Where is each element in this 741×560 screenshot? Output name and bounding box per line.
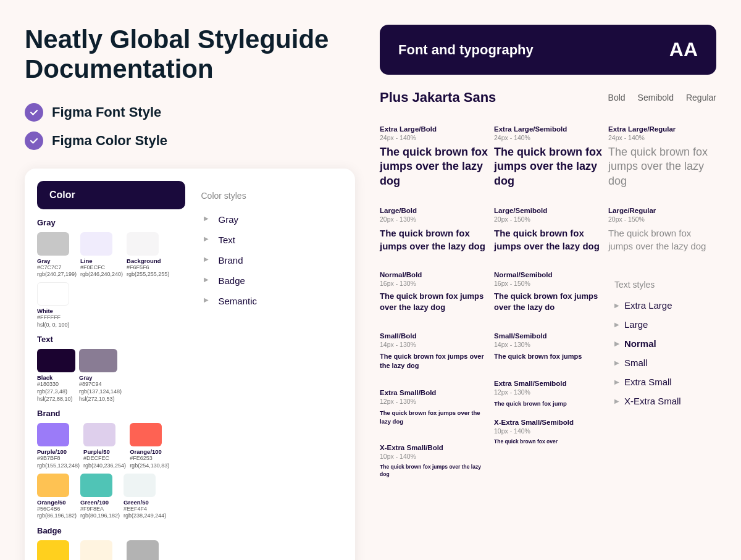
menu-arrow-semantic: ▶: [204, 296, 212, 305]
typo-xs-bold-item: Extra Small/Bold 12px - 130% The quick b…: [380, 389, 488, 433]
text-style-l[interactable]: ▶ Large: [614, 315, 710, 334]
typo-l-regular-item: Large/Regular 20px - 150% The quick brow…: [608, 207, 716, 260]
swatch-silver100-color: [127, 540, 159, 560]
text-style-arrow-normal: ▶: [614, 340, 619, 347]
menu-item-semantic[interactable]: ▶ Semantic: [201, 291, 337, 311]
text-style-small[interactable]: ▶ Small: [614, 353, 710, 372]
menu-item-text[interactable]: ▶ Text: [201, 230, 337, 250]
text-style-arrow-small: ▶: [614, 359, 619, 366]
typo-s-semibold-item: Small/Semibold 14px - 130% The quick bro…: [494, 332, 602, 369]
color-header: Color: [37, 181, 185, 209]
typography-header-title: Font and typography: [398, 42, 534, 58]
text-style-arrow-xs: ▶: [614, 378, 619, 385]
text-style-xxs[interactable]: ▶ X-Extra Small: [614, 391, 710, 411]
swatch-text-gray: Gray #897C94 rgb(137,124,148) hsl(272,10…: [79, 349, 122, 403]
swatch-white-color: [37, 282, 69, 306]
typography-header: Font and typography AA: [380, 25, 716, 75]
swatch-purple100: Purple/100 #9B7BF8 rgb(155,123,248): [37, 423, 80, 469]
text-style-xs[interactable]: ▶ Extra Small: [614, 372, 710, 391]
text-section-title: Text: [37, 335, 185, 344]
page-title: Neatly Global Styleguide Documentation: [25, 25, 355, 85]
swatch-green100-color: [80, 474, 112, 497]
color-styles-title: Color styles: [201, 191, 337, 201]
swatch-gray-color: [37, 232, 69, 256]
feature-label-color: Figma Color Style: [52, 133, 167, 149]
menu-arrow-gray: ▶: [204, 215, 212, 224]
text-style-arrow-l: ▶: [614, 321, 619, 328]
text-style-arrow-xl: ▶: [614, 302, 619, 309]
menu-arrow-brand: ▶: [204, 256, 212, 264]
typo-n-bold-item: Normal/Bold 16px - 130% The quick brown …: [380, 271, 488, 320]
typo-xxs-bold-item: X-Extra Small/Bold 10px - 140% The quick…: [380, 444, 488, 486]
swatch-gold100: Gold/100 #FFD01E rgb(255,192,30): [37, 540, 77, 560]
tab-regular[interactable]: Regular: [686, 93, 716, 102]
swatch-text-gray-color: [79, 349, 117, 372]
menu-label-brand: Brand: [219, 255, 243, 265]
typo-l-semibold-item: Large/Semibold 20px - 150% The quick bro…: [494, 207, 602, 260]
typo-l-bold-item: Large/Bold 20px - 130% The quick brown f…: [380, 207, 488, 260]
check-icon-color: [25, 132, 43, 150]
typo-xxs-semibold-item: X-Extra Small/Semibold 10px - 140% The q…: [494, 419, 602, 446]
brand-section-title: Brand: [37, 409, 185, 418]
color-card: Color Gray Gray #C7C7C7 rgb(240,27,199) …: [25, 169, 355, 560]
swatch-black-color: [37, 349, 75, 372]
swatch-orange100-color: [130, 423, 162, 446]
typo-n-semibold-item: Normal/Semibold 16px - 150% The quick br…: [494, 271, 602, 320]
menu-item-gray[interactable]: ▶ Gray: [201, 209, 337, 230]
text-style-xl[interactable]: ▶ Extra Large: [614, 296, 710, 315]
typo-col-regular: Extra Large/Regular 24px - 140% The quic…: [608, 125, 716, 497]
swatch-green50-color: [124, 474, 156, 497]
menu-label-semantic: Semantic: [219, 296, 257, 306]
typo-xs-semibold-item: Extra Small/Semibold 12px - 130% The qui…: [494, 380, 602, 407]
menu-label-gray: Gray: [219, 214, 239, 225]
brand-swatches: Purple/100 #9B7BF8 rgb(155,123,248) Purp…: [37, 423, 185, 520]
tab-bold[interactable]: Bold: [608, 93, 626, 102]
text-style-arrow-xxs: ▶: [614, 398, 619, 404]
typo-col-semibold: Extra Large/Semibold 24px - 140% The qui…: [494, 125, 602, 497]
swatch-green50: Green/50 #EEF4F4 rgb(238,249,244): [124, 474, 166, 520]
swatch-background: Background #F6F5F6 rgb(255,255,255): [127, 232, 169, 278]
swatch-gold50-color: [80, 540, 112, 560]
typo-s-bold-item: Small/Bold 14px - 130% The quick brown f…: [380, 332, 488, 378]
text-swatches: Black #180330 rgb(27,3,48) hsl(272,88,10…: [37, 349, 185, 403]
badge-section-title: Badge: [37, 526, 185, 535]
swatch-purple100-color: [37, 423, 69, 446]
menu-item-badge[interactable]: ▶ Badge: [201, 270, 337, 291]
feature-list: Figma Font Style Figma Color Style: [25, 103, 355, 150]
swatch-green100: Green/100 #F9F8EA rgb(80,196,182): [80, 474, 120, 520]
font-name: Plus Jakarta Sans: [380, 90, 496, 106]
menu-label-badge: Badge: [219, 275, 245, 286]
swatch-gold100-color: [37, 540, 69, 560]
gray-section-title: Gray: [37, 218, 185, 227]
menu-arrow-badge: ▶: [204, 276, 212, 285]
swatch-line: Line #F0ECFC rgb(246,240,240): [80, 232, 123, 278]
swatch-orange100: Orange/100 #FE6253 rgb(254,130,83): [130, 423, 169, 469]
tab-semibold[interactable]: Semibold: [638, 93, 674, 102]
badge-swatches: Gold/100 #FFD01E rgb(255,192,30) Gold/50…: [37, 540, 185, 560]
menu-label-text: Text: [219, 235, 236, 245]
swatch-orange50-color: [37, 474, 69, 497]
feature-item-color: Figma Color Style: [25, 132, 355, 150]
feature-item-font: Figma Font Style: [25, 103, 355, 122]
check-icon-font: [25, 103, 43, 122]
typo-col-bold: Extra Large/Bold 24px - 140% The quick b…: [380, 125, 488, 497]
menu-arrow-text: ▶: [204, 235, 212, 244]
swatch-white: White #FFFFFF hsl(0, 0, 100): [37, 282, 70, 328]
swatch-gold50: Gold/50 #FFF4E0 rgb(255,246,224): [80, 540, 123, 560]
menu-item-brand[interactable]: ▶ Brand: [201, 250, 337, 270]
typo-xl-semibold-item: Extra Large/Semibold 24px - 140% The qui…: [494, 125, 602, 196]
text-style-normal[interactable]: ▶ Normal: [614, 334, 710, 353]
typo-xl-regular-item: Extra Large/Regular 24px - 140% The quic…: [608, 125, 716, 196]
feature-label-font: Figma Font Style: [52, 104, 161, 120]
color-swatches-panel: Color Gray Gray #C7C7C7 rgb(240,27,199) …: [37, 181, 185, 560]
swatch-silver100: Silver/100 #2F2F2 rgb(179,179,179): [127, 540, 169, 560]
typo-xl-bold-item: Extra Large/Bold 24px - 140% The quick b…: [380, 125, 488, 196]
swatch-background-color: [127, 232, 159, 256]
swatch-purple50: Purple/50 #DECFEC rgb(240,236,254): [83, 423, 126, 469]
text-styles-panel: Text styles ▶ Extra Large ▶ Large ▶ Norm…: [608, 271, 716, 419]
swatch-orange50: Orange/50 #56C4B6 rgb(86,196,182): [37, 474, 77, 520]
text-styles-title: Text styles: [614, 280, 710, 290]
swatch-line-color: [80, 232, 112, 256]
left-panel: Neatly Global Styleguide Documentation F…: [25, 25, 361, 560]
color-styles-panel: Color styles ▶ Gray ▶ Text ▶ Brand ▶: [195, 181, 343, 560]
